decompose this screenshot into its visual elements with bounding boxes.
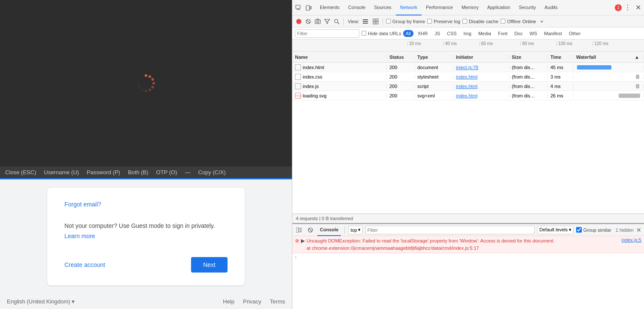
filter-input[interactable] [295, 29, 359, 38]
create-account-button[interactable]: Create account [64, 261, 105, 268]
hide-data-urls-input[interactable] [361, 31, 366, 36]
error-count-badge: 1 [615, 4, 622, 11]
col-header-waterfall[interactable]: Waterfall ▲ [574, 55, 644, 60]
offline-input[interactable] [501, 19, 505, 24]
throttle-dropdown[interactable] [538, 17, 546, 26]
filter-img-button[interactable]: Img [461, 30, 474, 37]
terms-link[interactable]: Terms [270, 298, 285, 305]
disable-cache-input[interactable] [462, 19, 467, 24]
svg-rect-24 [363, 23, 368, 24]
autofill-username[interactable]: Username (U) [44, 169, 79, 176]
console-top-label: top [350, 227, 357, 233]
col-header-initiator[interactable]: Initiator [453, 55, 509, 60]
col-header-type[interactable]: Type [415, 55, 453, 60]
view-screenshots-icon[interactable] [371, 17, 380, 26]
filter-media-button[interactable]: Media [476, 30, 494, 37]
tab-elements[interactable]: Elements [316, 0, 344, 15]
table-row[interactable]: index.html 200 document inject.js:78 (fr… [292, 63, 644, 72]
filter-xhr-button[interactable]: XHR [415, 30, 430, 37]
hide-data-urls-checkbox[interactable]: Hide data URLs [361, 30, 401, 36]
filter-other-button[interactable]: Other [566, 30, 583, 37]
clear-button[interactable] [304, 18, 312, 25]
help-link[interactable]: Help [223, 298, 234, 305]
offline-checkbox[interactable]: Offline [500, 18, 521, 24]
tab-console[interactable]: Console [344, 0, 370, 15]
filter-font-button[interactable]: Font [495, 30, 510, 37]
group-by-frame-label: Group by frame [392, 19, 425, 24]
tab-memory[interactable]: Memory [457, 0, 483, 15]
search-button[interactable] [333, 18, 340, 25]
network-table[interactable]: Name Status Type Initiator Size Time Wat… [292, 52, 644, 214]
autofill-both[interactable]: Both (B) [128, 169, 149, 176]
record-button[interactable] [295, 18, 303, 25]
close-console-button[interactable]: ✕ [636, 227, 641, 233]
tab-audits[interactable]: Audits [540, 0, 562, 15]
filter-doc-button[interactable]: Doc [512, 30, 526, 37]
filter-icon[interactable] [323, 18, 331, 25]
autofill-dash: — [185, 169, 190, 176]
tab-application[interactable]: Application [483, 0, 515, 15]
inspect-icon[interactable] [294, 3, 303, 12]
console-sidebar-icon[interactable] [295, 226, 304, 234]
col-header-size[interactable]: Size [509, 55, 548, 60]
view-list-icon[interactable] [361, 17, 370, 26]
group-by-frame-input[interactable] [386, 19, 391, 24]
group-by-frame-checkbox[interactable]: Group by frame [386, 18, 425, 24]
table-row[interactable]: svg loading.svg 200 svg+xml index.html (… [292, 91, 644, 100]
col-header-status[interactable]: Status [387, 55, 415, 60]
privacy-link[interactable]: Privacy [243, 298, 261, 305]
console-tab-label[interactable]: Console [317, 224, 341, 236]
forgot-email-link[interactable]: Forgot email? [64, 201, 228, 208]
filter-manifest-button[interactable]: Manifest [541, 30, 565, 37]
filter-all-button[interactable]: All [403, 30, 413, 37]
tab-sources[interactable]: Sources [370, 0, 395, 15]
autofill-copy[interactable]: Copy (C/X) [198, 169, 225, 176]
svg-line-34 [309, 228, 312, 231]
filter-js-button[interactable]: JS [432, 30, 443, 37]
console-context-selector[interactable]: top ▾ [348, 226, 362, 234]
svg-point-7 [141, 89, 143, 91]
svg-rect-18 [315, 20, 320, 24]
filter-css-button[interactable]: CSS [444, 30, 459, 37]
svg-point-4 [152, 86, 154, 88]
autofill-close[interactable]: Close (ESC) [5, 169, 36, 176]
console-level-selector[interactable]: Default levels ▾ [537, 226, 574, 234]
guest-mode-text: Not your computer? Use Guest mode to sig… [64, 221, 228, 230]
group-similar-checkbox[interactable]: Group similar [576, 227, 611, 233]
row-initiator-1[interactable]: index.html [453, 74, 509, 79]
expand-icon[interactable]: ▶ [301, 238, 305, 244]
row-initiator-0[interactable]: inject.js:78 [453, 65, 509, 70]
devtools-more-options[interactable]: ⋮ [623, 3, 632, 12]
autofill-otp[interactable]: OTP (O) [156, 169, 177, 176]
learn-more-link[interactable]: Learn more [64, 233, 95, 239]
preserve-log-checkbox[interactable]: Preserve log [427, 18, 460, 24]
col-header-name[interactable]: Name [292, 55, 387, 60]
disable-cache-checkbox[interactable]: Disable cache [462, 18, 498, 24]
table-row[interactable]: index.css 200 stylesheet index.html (fro… [292, 72, 644, 82]
row-status-1: 200 [387, 74, 415, 79]
svg-line-17 [307, 20, 310, 23]
error-file-link[interactable]: index.js:5 [622, 237, 641, 242]
tab-performance[interactable]: Performance [422, 0, 457, 15]
group-similar-input[interactable] [576, 227, 582, 233]
preserve-log-input[interactable] [427, 19, 432, 24]
row-initiator-3[interactable]: index.html [453, 93, 509, 98]
language-selector[interactable]: English (United Kingdom) ▾ [7, 298, 75, 305]
tab-network[interactable]: Network [396, 0, 422, 15]
row-initiator-2[interactable]: index.html [453, 84, 509, 89]
col-header-time[interactable]: Time [548, 55, 574, 60]
view-label: View: [348, 19, 359, 24]
camera-button[interactable] [314, 18, 322, 25]
svg-point-11 [141, 75, 143, 78]
filter-ws-button[interactable]: WS [527, 30, 540, 37]
devtools-close-button[interactable]: ✕ [634, 3, 642, 12]
console-filter-input[interactable] [365, 226, 535, 234]
console-caret-row[interactable]: › [292, 253, 644, 261]
device-toggle-icon[interactable] [304, 3, 313, 12]
table-row[interactable]: index.js 200 script index.html (from dis… [292, 82, 644, 91]
autofill-password[interactable]: Password (P) [87, 169, 120, 176]
error-message: Uncaught DOMException: Failed to read th… [307, 237, 620, 251]
console-clear-icon[interactable] [306, 226, 315, 234]
tab-security[interactable]: Security [514, 0, 540, 15]
next-button[interactable]: Next [191, 257, 228, 273]
